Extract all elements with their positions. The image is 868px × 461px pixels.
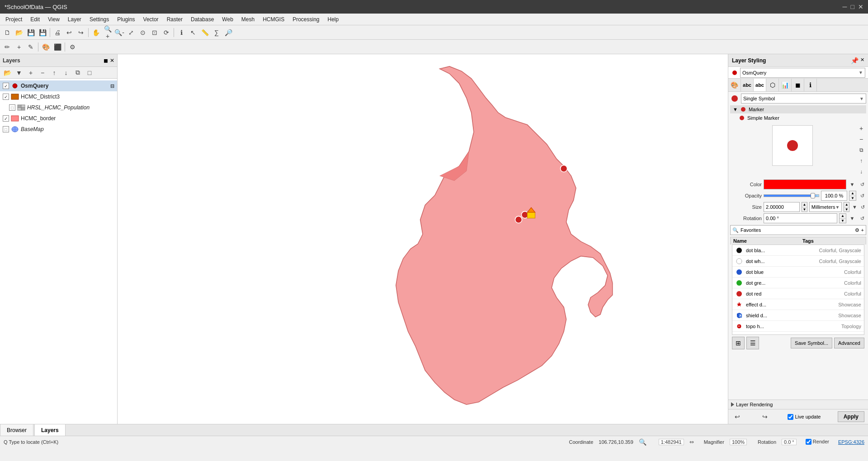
search-button[interactable]: 🔎 <box>223 27 234 38</box>
maximize-button[interactable]: □ <box>851 3 854 10</box>
duplicate-symbol-layer-button[interactable]: ⧉ <box>856 145 866 155</box>
zoom-in-button[interactable]: 🔍+ <box>102 27 113 38</box>
edit-layer-button[interactable]: ✎ <box>25 42 36 52</box>
measure-button[interactable]: 📏 <box>199 27 210 38</box>
size-reset-button[interactable]: ↺ <box>860 202 866 212</box>
undo-button[interactable]: ↩ <box>64 27 75 38</box>
menu-raster[interactable]: Raster <box>163 15 186 24</box>
layer-visibility-basemap[interactable]: □ <box>3 126 9 132</box>
style-tab-diagram[interactable]: 📊 <box>779 79 792 91</box>
tab-layers[interactable]: Layers <box>34 424 66 436</box>
zoom-out-button[interactable]: 🔍- <box>114 27 125 38</box>
zoom-layer-button[interactable]: ⊙ <box>137 27 148 38</box>
favorites-search-box[interactable]: 🔍 Favorites ⚙ + <box>730 225 866 235</box>
symbol-row-dotgreen[interactable]: dot gre... Colorful <box>732 278 864 288</box>
menu-mesh[interactable]: Mesh <box>238 15 258 24</box>
layer-item-osmquery[interactable]: ✓ OsmQuery ⊟ <box>0 80 117 91</box>
menu-vector[interactable]: Vector <box>140 15 162 24</box>
style-undo-button[interactable]: ↩ <box>732 411 743 422</box>
style-tab-3d[interactable]: ⬡ <box>766 79 779 91</box>
move-down-symbol-button[interactable]: ↓ <box>856 167 866 177</box>
layers-filter-button[interactable]: ▼ <box>14 67 24 78</box>
layer-item-district3[interactable]: ✓ HCMC_District3 <box>0 91 117 102</box>
add-symbol-layer-button[interactable]: + <box>856 123 866 133</box>
symbol-type-dropdown[interactable]: Single Symbol ▼ <box>741 94 866 103</box>
layer-item-border[interactable]: ✓ HCMC_border <box>0 113 117 124</box>
zoom-selection-button[interactable]: ⊡ <box>149 27 160 38</box>
layers-up-button[interactable]: ↑ <box>49 67 60 78</box>
layer-options-osmquery[interactable]: ⊟ <box>110 83 114 89</box>
size-options-button[interactable]: ▼ <box>851 202 858 212</box>
rotation-spinner[interactable]: ▲ ▼ <box>839 213 846 223</box>
opacity-reset-button[interactable]: ↺ <box>858 191 866 201</box>
opacity-slider[interactable] <box>764 194 819 197</box>
pan-button[interactable]: ✋ <box>90 27 101 38</box>
save-as-button[interactable]: 💾 <box>37 27 48 38</box>
fav-settings-button[interactable]: ⚙ <box>855 227 859 233</box>
layer-visibility-district3[interactable]: ✓ <box>3 94 9 100</box>
color-reset-button[interactable]: ↺ <box>858 179 866 189</box>
layers-close-button[interactable]: ✕ <box>110 57 114 64</box>
grid-view-button[interactable]: ⊞ <box>732 337 745 349</box>
style-tab-mask[interactable]: ◼ <box>792 79 804 91</box>
menu-database[interactable]: Database <box>187 15 217 24</box>
rotation-input[interactable]: 0.00 ° <box>764 213 837 223</box>
styling-layer-selector[interactable]: OsmQuery ▼ <box>728 67 868 79</box>
opacity-spinner[interactable]: ▲ ▼ <box>849 191 856 201</box>
advanced-button[interactable]: Advanced <box>834 338 864 348</box>
symbol-row-dotblack[interactable]: dot bla... Colorful, Grayscale <box>732 245 864 256</box>
style-redo-button[interactable]: ↪ <box>760 411 770 422</box>
menu-edit[interactable]: Edit <box>27 15 43 24</box>
open-project-button[interactable]: 📂 <box>14 27 24 38</box>
menu-layer[interactable]: Layer <box>64 15 85 24</box>
print-button[interactable]: 🖨 <box>52 27 63 38</box>
menu-processing[interactable]: Processing <box>289 15 323 24</box>
symbol-row-topoh[interactable]: + topo h... Topology <box>732 321 864 332</box>
layer-rendering-toggle[interactable]: Layer Rendering <box>728 400 868 409</box>
minimize-button[interactable]: ─ <box>843 3 847 10</box>
digitize-button[interactable]: ✏ <box>2 42 13 52</box>
style-tab-more[interactable]: ℹ <box>804 79 817 91</box>
live-update-checkbox[interactable] <box>788 414 793 420</box>
simple-marker-row[interactable]: Simple Marker <box>730 114 866 122</box>
remove-symbol-layer-button[interactable]: − <box>856 134 866 144</box>
add-layer-button[interactable]: + <box>14 42 24 52</box>
menu-project[interactable]: Project <box>2 15 26 24</box>
menu-hcmgis[interactable]: HCMGIS <box>259 15 288 24</box>
new-project-button[interactable]: 🗋 <box>2 27 13 38</box>
epsg-value[interactable]: EPSG:4326 <box>838 439 864 445</box>
apply-button[interactable]: Apply <box>838 411 864 422</box>
color-swatch[interactable] <box>764 179 846 189</box>
zoom-full-button[interactable]: ⤢ <box>126 27 137 38</box>
styling-pin-button[interactable]: 📌 <box>851 57 859 64</box>
layers-duplicate-button[interactable]: ⧉ <box>72 67 83 78</box>
style-manager-button[interactable]: 🎨 <box>40 42 51 52</box>
layers-collapse-button[interactable]: ◼ <box>104 57 108 64</box>
layer-visibility-osmquery[interactable]: ✓ <box>3 83 9 89</box>
marker-expand-icon[interactable]: ▼ <box>733 107 738 112</box>
menu-web[interactable]: Web <box>218 15 236 24</box>
layer-visibility-population[interactable]: □ <box>9 104 15 111</box>
tab-browser[interactable]: Browser <box>0 424 33 436</box>
symbol-row-dotwhite[interactable]: dot wh... Colorful, Grayscale <box>732 256 864 267</box>
identify-button[interactable]: ℹ <box>176 27 187 38</box>
window-controls[interactable]: ─ □ ✕ <box>843 3 863 10</box>
symbol-row-dotblue[interactable]: dot blue Colorful <box>732 267 864 278</box>
layers-open-button[interactable]: 📂 <box>2 67 13 78</box>
layers-add-button[interactable]: + <box>25 67 36 78</box>
save-symbol-button[interactable]: Save Symbol... <box>791 338 832 348</box>
symbol-row-dotred[interactable]: dot red Colorful <box>732 288 864 299</box>
menu-settings[interactable]: Settings <box>86 15 113 24</box>
live-update-label[interactable]: Live update <box>788 414 821 420</box>
layer-select-dropdown[interactable]: OsmQuery ▼ <box>740 68 865 78</box>
render-checkbox[interactable] <box>806 439 811 445</box>
layers-down-button[interactable]: ↓ <box>61 67 71 78</box>
rotation-reset-button[interactable]: ↺ <box>858 213 866 223</box>
style-tab-abc[interactable]: abc <box>741 79 754 91</box>
fav-add-button[interactable]: + <box>861 227 864 233</box>
opacity-value[interactable]: 100.0 % <box>821 191 847 201</box>
move-up-symbol-button[interactable]: ↑ <box>856 156 866 166</box>
layers-remove-button[interactable]: − <box>37 67 48 78</box>
size-spinner[interactable]: ▲ ▼ <box>802 202 807 212</box>
map-area[interactable] <box>118 54 728 424</box>
